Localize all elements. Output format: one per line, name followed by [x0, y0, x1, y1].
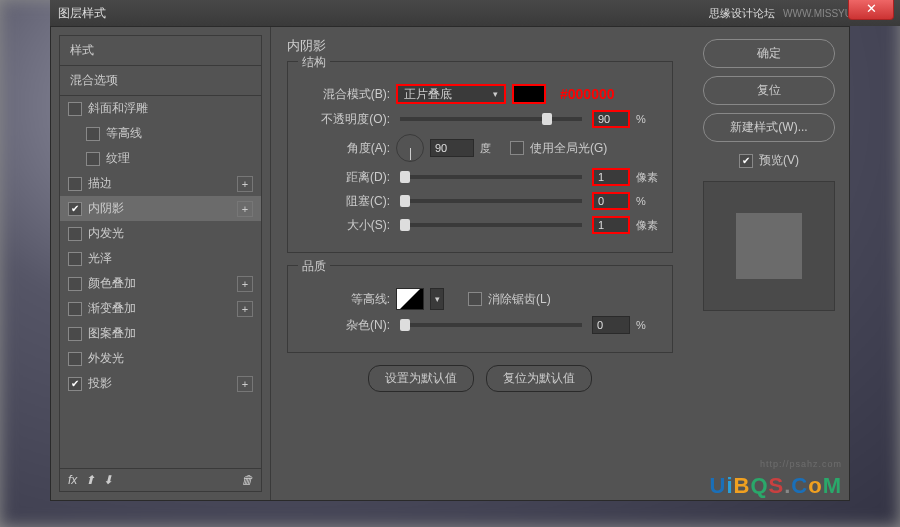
choke-slider[interactable]	[400, 199, 582, 203]
style-checkbox[interactable]	[68, 202, 82, 216]
distance-field[interactable]: 1	[592, 168, 630, 186]
noise-unit: %	[636, 319, 660, 331]
set-default-button[interactable]: 设置为默认值	[368, 365, 474, 392]
noise-slider[interactable]	[400, 323, 582, 327]
window-title: 图层样式	[58, 5, 106, 22]
section-title: 内阴影	[287, 37, 673, 55]
blend-mode-label: 混合模式(B):	[300, 86, 390, 103]
contour-preview[interactable]	[396, 288, 424, 310]
style-label: 投影	[88, 375, 231, 392]
size-field[interactable]: 1	[592, 216, 630, 234]
quality-group: 品质 等高线: ▾ 消除锯齿(L) 杂色(N): 0 %	[287, 265, 673, 353]
contour-dropdown[interactable]: ▾	[430, 288, 444, 310]
distance-unit: 像素	[636, 170, 660, 185]
chevron-down-icon: ▾	[493, 89, 498, 99]
style-label: 内发光	[88, 225, 253, 242]
watermark-url: http://psahz.com	[760, 459, 842, 469]
opacity-slider[interactable]	[400, 117, 582, 121]
style-item[interactable]: 内阴影+	[60, 196, 261, 221]
plus-icon[interactable]: +	[237, 201, 253, 217]
style-item[interactable]: 光泽	[60, 246, 261, 271]
sidebar-footer: fx ⬆ ⬇ 🗑	[60, 468, 261, 491]
choke-label: 阻塞(C):	[300, 193, 390, 210]
style-item[interactable]: 描边+	[60, 171, 261, 196]
opacity-unit: %	[636, 113, 660, 125]
angle-field[interactable]: 90	[430, 139, 474, 157]
new-style-button[interactable]: 新建样式(W)...	[703, 113, 835, 142]
styles-sidebar: 样式 混合选项 斜面和浮雕等高线纹理描边+内阴影+内发光光泽颜色叠加+渐变叠加+…	[51, 27, 271, 500]
style-checkbox[interactable]	[86, 127, 100, 141]
noise-field[interactable]: 0	[592, 316, 630, 334]
reset-default-button[interactable]: 复位为默认值	[486, 365, 592, 392]
size-unit: 像素	[636, 218, 660, 233]
preview-box	[703, 181, 835, 311]
style-checkbox[interactable]	[68, 302, 82, 316]
trash-icon[interactable]: 🗑	[241, 473, 253, 487]
opacity-field[interactable]: 90	[592, 110, 630, 128]
angle-unit: 度	[480, 141, 504, 156]
style-item[interactable]: 渐变叠加+	[60, 296, 261, 321]
arrow-up-icon[interactable]: ⬆	[85, 473, 95, 487]
fx-label[interactable]: fx	[68, 473, 77, 487]
style-checkbox[interactable]	[68, 177, 82, 191]
style-checkbox[interactable]	[68, 352, 82, 366]
style-item[interactable]: 斜面和浮雕	[60, 96, 261, 121]
styles-header[interactable]: 样式	[60, 36, 261, 66]
style-label: 图案叠加	[88, 325, 253, 342]
settings-panel: 内阴影 结构 混合模式(B): 正片叠底 ▾ #000000 不透明度(O): …	[271, 27, 689, 500]
plus-icon[interactable]: +	[237, 301, 253, 317]
style-checkbox[interactable]	[68, 377, 82, 391]
style-item[interactable]: 外发光	[60, 346, 261, 371]
blend-mode-value: 正片叠底	[404, 86, 452, 103]
style-checkbox[interactable]	[68, 327, 82, 341]
noise-label: 杂色(N):	[300, 317, 390, 334]
plus-icon[interactable]: +	[237, 276, 253, 292]
style-item[interactable]: 颜色叠加+	[60, 271, 261, 296]
style-checkbox[interactable]	[86, 152, 100, 166]
style-label: 渐变叠加	[88, 300, 231, 317]
global-light-label: 使用全局光(G)	[530, 140, 607, 157]
style-item[interactable]: 内发光	[60, 221, 261, 246]
style-checkbox[interactable]	[68, 277, 82, 291]
choke-unit: %	[636, 195, 660, 207]
color-swatch[interactable]	[512, 84, 546, 104]
style-checkbox[interactable]	[68, 252, 82, 266]
style-label: 光泽	[88, 250, 253, 267]
style-label: 等高线	[106, 125, 253, 142]
antialias-checkbox[interactable]	[468, 292, 482, 306]
titlebar: 图层样式 思缘设计论坛 WWW.MISSYUAN.COM	[50, 0, 900, 26]
watermark-logo: UiBQS.CoM	[709, 473, 842, 499]
global-light-checkbox[interactable]	[510, 141, 524, 155]
size-label: 大小(S):	[300, 217, 390, 234]
cancel-button[interactable]: 复位	[703, 76, 835, 105]
blend-options-header[interactable]: 混合选项	[60, 66, 261, 96]
angle-dial[interactable]	[396, 134, 424, 162]
distance-slider[interactable]	[400, 175, 582, 179]
plus-icon[interactable]: +	[237, 176, 253, 192]
plus-icon[interactable]: +	[237, 376, 253, 392]
preview-checkbox[interactable]	[739, 154, 753, 168]
style-label: 纹理	[106, 150, 253, 167]
style-item[interactable]: 纹理	[60, 146, 261, 171]
style-label: 内阴影	[88, 200, 231, 217]
style-checkbox[interactable]	[68, 227, 82, 241]
arrow-down-icon[interactable]: ⬇	[103, 473, 113, 487]
distance-label: 距离(D):	[300, 169, 390, 186]
style-label: 描边	[88, 175, 231, 192]
layer-style-dialog: 样式 混合选项 斜面和浮雕等高线纹理描边+内阴影+内发光光泽颜色叠加+渐变叠加+…	[50, 26, 850, 501]
hex-annotation: #000000	[560, 86, 615, 102]
blend-mode-select[interactable]: 正片叠底 ▾	[396, 84, 506, 104]
style-item[interactable]: 图案叠加	[60, 321, 261, 346]
preview-swatch	[736, 213, 802, 279]
preview-label: 预览(V)	[759, 152, 799, 169]
structure-legend: 结构	[298, 54, 330, 71]
style-label: 外发光	[88, 350, 253, 367]
ok-button[interactable]: 确定	[703, 39, 835, 68]
style-item[interactable]: 投影+	[60, 371, 261, 396]
right-panel: 确定 复位 新建样式(W)... 预览(V)	[689, 27, 849, 500]
style-checkbox[interactable]	[68, 102, 82, 116]
close-button[interactable]: ✕	[848, 0, 894, 20]
size-slider[interactable]	[400, 223, 582, 227]
choke-field[interactable]: 0	[592, 192, 630, 210]
style-item[interactable]: 等高线	[60, 121, 261, 146]
